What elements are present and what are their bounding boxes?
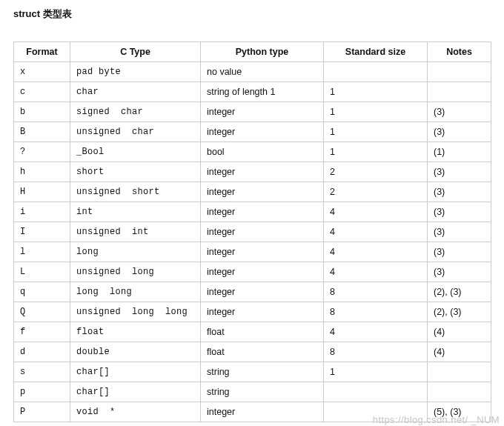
cell-ctype: unsigned char [70, 122, 201, 142]
cell-stdsize [324, 62, 428, 82]
cell-ctype: long [70, 242, 201, 262]
table-row: ffloatfloat4(4) [14, 322, 491, 342]
cell-ctype: unsigned int [70, 222, 201, 242]
cell-stdsize: 8 [324, 282, 428, 302]
cell-ctype: unsigned short [70, 182, 201, 202]
cell-format: L [14, 262, 70, 282]
table-row: bsigned charinteger1(3) [14, 102, 491, 122]
page-title: struct 类型表 [13, 7, 491, 21]
cell-pytype: integer [201, 282, 324, 302]
cell-stdsize: 8 [324, 302, 428, 322]
cell-pytype: integer [201, 222, 324, 242]
cell-pytype: integer [201, 302, 324, 322]
cell-notes: (4) [428, 322, 491, 342]
cell-stdsize: 4 [324, 322, 428, 342]
col-stdsize: Standard size [324, 42, 428, 62]
cell-notes: (4) [428, 342, 491, 362]
table-row: Qunsigned long longinteger8(2), (3) [14, 302, 491, 322]
cell-stdsize: 2 [324, 182, 428, 202]
cell-stdsize: 1 [324, 82, 428, 102]
cell-ctype: void * [70, 402, 201, 422]
cell-ctype: char[] [70, 382, 201, 402]
cell-stdsize: 4 [324, 242, 428, 262]
cell-notes: (3) [428, 102, 491, 122]
cell-ctype: signed char [70, 102, 201, 122]
table-row: ?_Boolbool1(1) [14, 142, 491, 162]
table-row: Hunsigned shortinteger2(3) [14, 182, 491, 202]
cell-format: B [14, 122, 70, 142]
cell-notes [428, 362, 491, 382]
cell-stdsize: 4 [324, 202, 428, 222]
cell-stdsize [324, 382, 428, 402]
cell-pytype: integer [201, 402, 324, 422]
col-pytype: Python type [201, 42, 324, 62]
cell-format: Q [14, 302, 70, 322]
cell-format: ? [14, 142, 70, 162]
table-row: pchar[]string [14, 382, 491, 402]
cell-ctype: char [70, 82, 201, 102]
cell-stdsize: 1 [324, 362, 428, 382]
cell-format: p [14, 382, 70, 402]
cell-format: h [14, 162, 70, 182]
cell-format: P [14, 402, 70, 422]
cell-stdsize: 2 [324, 162, 428, 182]
cell-notes: (3) [428, 222, 491, 242]
cell-notes: (3) [428, 122, 491, 142]
cell-ctype: double [70, 342, 201, 362]
cell-stdsize: 1 [324, 122, 428, 142]
table-row: iintinteger4(3) [14, 202, 491, 222]
cell-format: c [14, 82, 70, 102]
cell-stdsize [324, 402, 428, 422]
cell-ctype: int [70, 202, 201, 222]
cell-pytype: string [201, 382, 324, 402]
cell-notes: (1) [428, 142, 491, 162]
col-notes: Notes [428, 42, 491, 62]
cell-pytype: integer [201, 242, 324, 262]
cell-pytype: float [201, 342, 324, 362]
cell-pytype: integer [201, 202, 324, 222]
table-row: Pvoid *integer(5), (3) [14, 402, 491, 422]
cell-notes: (5), (3) [428, 402, 491, 422]
cell-format: b [14, 102, 70, 122]
cell-format: s [14, 362, 70, 382]
cell-notes: (3) [428, 262, 491, 282]
cell-notes [428, 82, 491, 102]
cell-notes: (2), (3) [428, 302, 491, 322]
cell-stdsize: 4 [324, 222, 428, 242]
cell-stdsize: 1 [324, 142, 428, 162]
cell-ctype: float [70, 322, 201, 342]
cell-pytype: integer [201, 162, 324, 182]
cell-pytype: integer [201, 182, 324, 202]
col-ctype: C Type [70, 42, 201, 62]
struct-type-table: Format C Type Python type Standard size … [13, 41, 491, 422]
cell-format: q [14, 282, 70, 302]
cell-pytype: string [201, 362, 324, 382]
cell-pytype: float [201, 322, 324, 342]
cell-notes: (3) [428, 182, 491, 202]
cell-pytype: integer [201, 262, 324, 282]
cell-ctype: short [70, 162, 201, 182]
table-row: Lunsigned longinteger4(3) [14, 262, 491, 282]
cell-ctype: long long [70, 282, 201, 302]
cell-pytype: no value [201, 62, 324, 82]
table-row: Iunsigned intinteger4(3) [14, 222, 491, 242]
cell-pytype: integer [201, 122, 324, 142]
cell-format: d [14, 342, 70, 362]
cell-notes [428, 382, 491, 402]
cell-format: l [14, 242, 70, 262]
cell-ctype: unsigned long [70, 262, 201, 282]
cell-ctype: unsigned long long [70, 302, 201, 322]
cell-format: f [14, 322, 70, 342]
table-row: ddoublefloat8(4) [14, 342, 491, 362]
cell-notes: (3) [428, 242, 491, 262]
cell-notes: (3) [428, 162, 491, 182]
cell-pytype: integer [201, 102, 324, 122]
cell-stdsize: 4 [324, 262, 428, 282]
cell-ctype: _Bool [70, 142, 201, 162]
cell-pytype: string of length 1 [201, 82, 324, 102]
table-row: qlong longinteger8(2), (3) [14, 282, 491, 302]
cell-format: I [14, 222, 70, 242]
cell-format: i [14, 202, 70, 222]
cell-stdsize: 8 [324, 342, 428, 362]
cell-notes [428, 62, 491, 82]
